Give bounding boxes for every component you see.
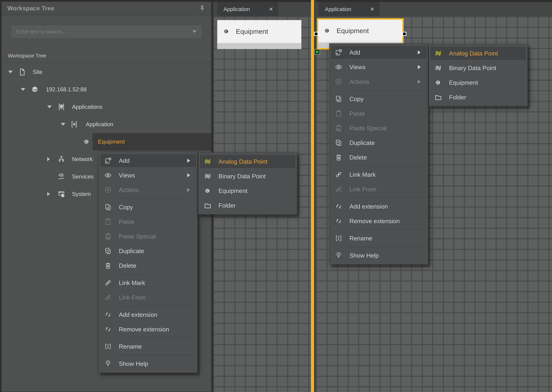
views-icon (335, 63, 342, 71)
menu-item-show-help[interactable]: Show Help (99, 356, 197, 371)
search-input[interactable] (16, 28, 193, 35)
application-icon (70, 120, 78, 128)
close-icon[interactable] (370, 7, 375, 12)
menu-item-remove-extension[interactable]: Remove extension (99, 322, 197, 336)
equipment-icon (204, 187, 212, 195)
close-icon[interactable] (269, 7, 273, 12)
menu-item-paste-special: Paste Special (99, 229, 197, 244)
menu-item-paste: Paste (329, 106, 428, 121)
divider (316, 0, 552, 2)
submenu-arrow-icon (418, 50, 421, 55)
menu-separator (349, 90, 425, 91)
collapse-arrow-icon[interactable] (47, 192, 50, 196)
folder-icon (204, 202, 212, 209)
submenu-item-equipment[interactable]: Equipment (429, 75, 527, 90)
expand-arrow-icon[interactable] (61, 123, 65, 126)
document-icon (18, 68, 26, 76)
submenu-item-folder[interactable]: Folder (198, 198, 297, 213)
duplicate-icon (335, 139, 342, 147)
rename-icon (335, 234, 342, 242)
submenu-arrow-icon (418, 65, 421, 69)
menu-item-show-help[interactable]: Show Help (329, 248, 428, 263)
menu-separator (349, 198, 425, 198)
menu-item-copy[interactable]: Copy (329, 91, 428, 106)
copy-icon (335, 95, 342, 103)
rename-icon (104, 343, 112, 350)
menu-item-delete[interactable]: Delete (329, 150, 428, 165)
extension-icon (104, 311, 112, 318)
menu-item-rename[interactable]: Rename (329, 231, 428, 245)
menu-item-link-mark[interactable]: Link Mark (329, 167, 428, 182)
pin-icon[interactable] (199, 5, 206, 12)
menu-item-add-extension[interactable]: Add extension (329, 199, 428, 214)
collapse-arrow-icon[interactable] (47, 157, 50, 161)
add-icon (104, 157, 112, 164)
menu-item-delete[interactable]: Delete (99, 258, 197, 273)
panel-header: Workspace Tree (1, 2, 211, 15)
equipment-icon (83, 138, 90, 146)
context-menu-right: Add Views Actions Copy Paste Paste Speci… (329, 43, 428, 265)
views-icon (104, 171, 112, 179)
submenu-item-equipment[interactable]: Equipment (198, 183, 297, 198)
binary-point-icon (204, 172, 212, 180)
submenu-item-analog-data-point[interactable]: Analog Data Point (198, 154, 297, 169)
app-root: { "left_panel": { "title": "Workspace Tr… (0, 0, 552, 392)
resize-handle-right[interactable] (402, 32, 407, 36)
tree-item-application[interactable]: Application (1, 116, 211, 133)
expand-arrow-icon[interactable] (47, 105, 52, 108)
menu-item-add[interactable]: Add (329, 45, 428, 60)
panel-title: Workspace Tree (7, 5, 55, 12)
menu-item-add[interactable]: Add (99, 153, 197, 168)
menu-item-duplicate[interactable]: Duplicate (329, 135, 428, 150)
expand-arrow-icon[interactable] (8, 71, 13, 73)
actions-icon (104, 186, 112, 194)
extension-icon (335, 203, 342, 210)
menu-item-views[interactable]: Views (99, 168, 197, 182)
gear-icon (324, 27, 331, 34)
context-menu: Add Views Actions Copy Paste Paste Speci… (329, 43, 428, 265)
delete-icon (335, 154, 342, 161)
actions-icon (335, 78, 342, 85)
extension-icon (335, 217, 342, 225)
duplicate-icon (104, 247, 112, 255)
menu-item-rename[interactable]: Rename (99, 339, 197, 354)
menu-item-copy[interactable]: Copy (99, 200, 197, 214)
menu-item-link-from: Link From (329, 182, 428, 196)
menu-item-views[interactable]: Views (329, 60, 428, 74)
menu-item-add-extension[interactable]: Add extension (99, 307, 197, 322)
folder-icon (435, 93, 442, 101)
analog-point-icon (435, 49, 442, 57)
anchor-handle[interactable] (315, 49, 319, 54)
link-icon (104, 279, 112, 287)
tree-section-label: Workspace Tree (8, 53, 46, 59)
tree-item-site[interactable]: Site (1, 63, 211, 81)
submenu-item-folder[interactable]: Folder (429, 90, 527, 105)
resize-handle-left[interactable] (314, 32, 318, 36)
tree-item-equipment[interactable]: Equipment (1, 133, 211, 150)
menu-separator (349, 166, 425, 166)
chevron-down-icon[interactable] (193, 30, 197, 33)
submenu-arrow-icon (187, 188, 190, 192)
menu-item-duplicate[interactable]: Duplicate (99, 244, 197, 258)
menu-item-link-from: Link From (99, 290, 197, 305)
submenu-arrow-icon (187, 159, 190, 163)
submenu-item-analog-data-point[interactable]: Analog Data Point (429, 46, 527, 61)
equipment-widget[interactable]: Equipment (217, 20, 301, 49)
tree-item-host[interactable]: 192.168.1.52:88 (1, 81, 211, 98)
system-icon (57, 190, 65, 198)
menu-item-remove-extension[interactable]: Remove extension (329, 214, 428, 228)
panel-splitter[interactable] (311, 0, 314, 392)
divider (1, 63, 211, 63)
analog-point-icon (204, 158, 212, 165)
tab-application[interactable]: Application (319, 2, 379, 16)
tab-application[interactable]: Application (217, 2, 278, 16)
submenu-arrow-icon (187, 173, 190, 177)
widget-header: Equipment (318, 20, 402, 42)
menu-separator (119, 274, 194, 274)
submenu-item-binary-data-point[interactable]: Binary Data Point (429, 61, 527, 75)
menu-item-link-mark[interactable]: Link Mark (99, 275, 197, 290)
tree-item-applications[interactable]: Applications (1, 98, 211, 116)
expand-arrow-icon[interactable] (21, 88, 25, 91)
submenu-item-binary-data-point[interactable]: Binary Data Point (198, 169, 297, 183)
menu-item-paste: Paste (99, 214, 197, 229)
